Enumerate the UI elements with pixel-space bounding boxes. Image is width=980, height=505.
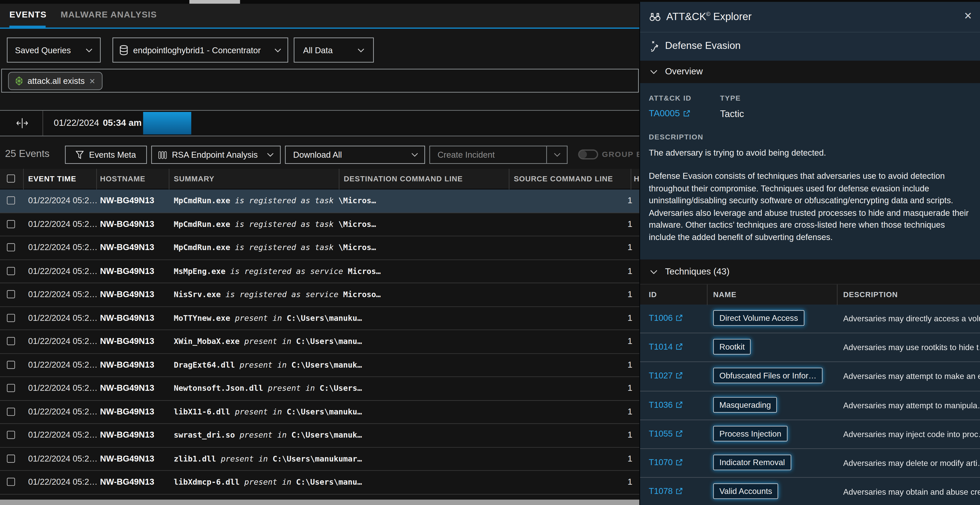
- row-checkbox[interactable]: [7, 220, 15, 228]
- techniques-section-header[interactable]: Techniques (43): [640, 260, 980, 284]
- row-checkbox[interactable]: [7, 267, 15, 275]
- select-all-checkbox[interactable]: [7, 174, 15, 183]
- row-checkbox[interactable]: [7, 384, 15, 392]
- events-table-header: EVENT TIME HOSTNAME SUMMARY DESTINATION …: [0, 169, 640, 190]
- technique-name-chip[interactable]: Valid Accounts: [713, 483, 778, 499]
- horizontal-scrollbar[interactable]: [0, 500, 640, 505]
- technique-row[interactable]: T1036 Masquerading Adversaries may attem…: [640, 391, 980, 420]
- row-checkbox[interactable]: [7, 196, 15, 204]
- row-checkbox[interactable]: [7, 244, 15, 252]
- col-name[interactable]: NAME: [713, 290, 737, 299]
- col-source-command-line[interactable]: SOURCE COMMAND LINE: [514, 174, 613, 183]
- col-hostname[interactable]: HOSTNAME: [100, 174, 146, 183]
- technique-id-link[interactable]: T1014: [649, 342, 683, 351]
- chevron-down-icon[interactable]: [547, 153, 567, 157]
- col-destination-command-line[interactable]: DESTINATION COMMAND LINE: [344, 174, 463, 183]
- table-row[interactable]: 01/22/2024 05:2… NW-BG49N13 XWin_MobaX.e…: [0, 330, 640, 354]
- technique-row[interactable]: T1006 Direct Volume Access Adversaries m…: [640, 304, 980, 333]
- technique-name-chip[interactable]: Indicator Removal: [713, 455, 791, 470]
- table-row[interactable]: 01/22/2024 05:2… NW-BG49N13 swrast_dri.s…: [0, 424, 640, 448]
- time-range-label: All Data: [303, 45, 333, 54]
- top-scrollbar-handle[interactable]: [189, 0, 240, 4]
- technique-row[interactable]: T1027 Obfuscated Files or Infor… Adversa…: [640, 362, 980, 391]
- hostname-cell: NW-BG49N13: [100, 336, 154, 346]
- table-row[interactable]: 01/22/2024 05:2… NW-BG49N13 DragExt64.dl…: [0, 354, 640, 377]
- hostname-cell: NW-BG49N13: [100, 383, 154, 393]
- technique-id-link[interactable]: T1027: [649, 371, 683, 380]
- group-events-toggle[interactable]: [578, 150, 598, 159]
- row-checkbox[interactable]: [7, 478, 15, 486]
- saved-queries-dropdown[interactable]: Saved Queries: [7, 38, 101, 62]
- technique-description: Adversaries may directly access a volu…: [843, 314, 980, 323]
- table-row[interactable]: 01/22/2024 05:2… NW-BG49N13 MpCmdRun.exe…: [0, 236, 640, 260]
- events-meta-button[interactable]: Events Meta: [65, 146, 147, 164]
- query-filter-bar[interactable]: attack.all exists ✕: [1, 69, 639, 92]
- timeline-resize-icon[interactable]: [16, 118, 28, 129]
- technique-row[interactable]: T1014 Rootkit Adversaries may use rootki…: [640, 333, 980, 362]
- technique-name-chip[interactable]: Process Injection: [713, 426, 788, 441]
- row-checkbox[interactable]: [7, 431, 15, 439]
- technique-name-chip[interactable]: Obfuscated Files or Infor…: [713, 368, 822, 384]
- external-link-icon: [683, 110, 690, 117]
- divider: [43, 111, 43, 135]
- time-range-dropdown[interactable]: All Data: [294, 38, 374, 62]
- column-group-dropdown[interactable]: RSA Endpoint Analysis: [151, 146, 280, 164]
- download-dropdown[interactable]: Download All: [285, 146, 425, 164]
- event-time-cell: 01/22/2024 05:2…: [28, 430, 97, 440]
- create-incident-button[interactable]: Create Incident: [430, 146, 568, 164]
- technique-description: Adversaries may attempt to manipula…: [843, 401, 980, 410]
- table-row[interactable]: 01/22/2024 05:2… NW-BG49N13 MsMpEng.exe …: [0, 260, 640, 283]
- type-value: Tactic: [720, 108, 744, 119]
- row-checkbox[interactable]: [7, 337, 15, 345]
- summary-cell: MpCmdRun.exe is registered as task \Micr…: [174, 242, 376, 252]
- technique-id-link[interactable]: T1055: [649, 429, 683, 438]
- external-link-icon: [676, 343, 683, 350]
- event-time-cell: 01/22/2024 05:2…: [28, 383, 97, 393]
- row-checkbox[interactable]: [7, 314, 15, 322]
- row-checkbox[interactable]: [7, 290, 15, 298]
- summary-cell: swrast_dri.so present in C:\Users\manuk…: [174, 430, 362, 440]
- event-time-cell: 01/22/2024 05:2…: [28, 454, 97, 463]
- technique-id-link[interactable]: T1036: [649, 400, 683, 409]
- tactic-name: Defense Evasion: [665, 40, 741, 51]
- tab-malware-analysis[interactable]: MALWARE ANALYSIS: [61, 9, 157, 19]
- external-link-icon: [676, 488, 683, 495]
- row-checkbox[interactable]: [7, 454, 15, 462]
- tab-events[interactable]: EVENTS: [9, 9, 46, 19]
- technique-row[interactable]: T1070 Indicator Removal Adversaries may …: [640, 449, 980, 478]
- technique-name-chip[interactable]: Masquerading: [713, 397, 777, 413]
- col-id[interactable]: ID: [649, 290, 657, 299]
- col-event-time[interactable]: EVENT TIME: [28, 174, 76, 183]
- table-row[interactable]: 01/22/2024 05:2… NW-BG49N13 NisSrv.exe i…: [0, 283, 640, 307]
- summary-cell: NisSrv.exe is registered as service Micr…: [174, 290, 381, 299]
- table-row[interactable]: 01/22/2024 05:2… NW-BG49N13 MpCmdRun.exe…: [0, 190, 640, 213]
- col-summary[interactable]: SUMMARY: [174, 174, 215, 183]
- row-checkbox[interactable]: [7, 408, 15, 416]
- service-dropdown[interactable]: endpointloghybrid1 - Concentrator: [113, 38, 288, 62]
- attack-id-link[interactable]: TA0005: [649, 108, 690, 118]
- table-row[interactable]: 01/22/2024 05:2… NW-BG49N13 MpCmdRun.exe…: [0, 213, 640, 236]
- table-row[interactable]: 01/22/2024 05:2… NW-BG49N13 libXdmcp-6.d…: [0, 471, 640, 494]
- technique-id-link[interactable]: T1078: [649, 486, 683, 496]
- close-icon[interactable]: ✕: [964, 10, 972, 22]
- technique-id-link[interactable]: T1070: [649, 458, 683, 467]
- technique-name-chip[interactable]: Rootkit: [713, 339, 751, 355]
- col-description[interactable]: DESCRIPTION: [843, 290, 898, 299]
- table-row[interactable]: 01/22/2024 05:2… NW-BG49N13 Newtonsoft.J…: [0, 377, 640, 401]
- table-row[interactable]: 01/22/2024 05:2… NW-BG49N13 libX11-6.dll…: [0, 401, 640, 424]
- count-cell: 1: [627, 266, 639, 276]
- table-row[interactable]: 01/22/2024 05:2… NW-BG49N13 zlib1.dll pr…: [0, 448, 640, 471]
- overview-section-header[interactable]: Overview: [640, 61, 980, 83]
- technique-name-chip[interactable]: Direct Volume Access: [713, 310, 804, 326]
- external-link-icon: [676, 401, 683, 408]
- technique-row[interactable]: T1078 Valid Accounts Adversaries may obt…: [640, 478, 980, 505]
- col-partial[interactable]: HO: [634, 174, 640, 183]
- row-checkbox[interactable]: [7, 360, 15, 369]
- technique-id-link[interactable]: T1006: [649, 313, 683, 323]
- filter-chip[interactable]: attack.all exists ✕: [8, 72, 102, 90]
- hostname-cell: NW-BG49N13: [100, 313, 154, 322]
- chip-close-icon[interactable]: ✕: [89, 76, 95, 85]
- table-row[interactable]: 01/22/2024 05:2… NW-BG49N13 MoTTYnew.exe…: [0, 307, 640, 330]
- technique-row[interactable]: T1055 Process Injection Adversaries may …: [640, 420, 980, 449]
- timeline-selection-bar[interactable]: [143, 112, 191, 135]
